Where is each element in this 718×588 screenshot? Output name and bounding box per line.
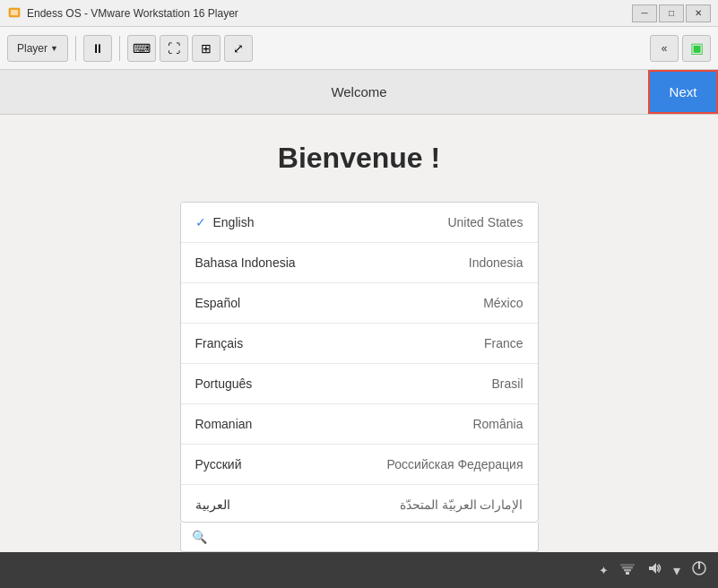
svg-rect-2 bbox=[626, 572, 629, 575]
stretch-icon: ⤢ bbox=[233, 41, 244, 56]
power-icon[interactable] bbox=[691, 560, 707, 580]
language-region: Brasil bbox=[491, 376, 523, 391]
toolbar-separator-1 bbox=[75, 36, 76, 61]
toolbar-right: « ▣ bbox=[650, 35, 711, 62]
search-input[interactable] bbox=[214, 530, 527, 544]
player-menu-button[interactable]: Player ▼ bbox=[7, 35, 68, 62]
language-item[interactable]: العربيةالإمارات العربيّة المتحدّة bbox=[181, 485, 538, 523]
language-region: الإمارات العربيّة المتحدّة bbox=[400, 497, 523, 512]
back-icon: « bbox=[662, 42, 668, 55]
language-region: United States bbox=[447, 215, 523, 229]
language-name: Русский bbox=[195, 457, 242, 471]
green-indicator-button[interactable]: ▣ bbox=[682, 35, 711, 62]
vm-header: Welcome Next bbox=[0, 70, 718, 115]
network-icon[interactable] bbox=[619, 560, 636, 580]
next-button[interactable]: Next bbox=[648, 70, 718, 114]
language-item[interactable]: Bahasa IndonesiaIndonesia bbox=[181, 243, 538, 283]
cursor-indicator: ✦ bbox=[599, 564, 609, 577]
language-name: ✓English bbox=[195, 215, 255, 229]
fullscreen-button[interactable]: ⛶ bbox=[160, 35, 188, 62]
send-ctrl-alt-del-button[interactable]: ⌨ bbox=[127, 35, 156, 62]
bienvenue-title: Bienvenue ! bbox=[278, 142, 440, 175]
language-name: Español bbox=[195, 296, 241, 310]
app-icon bbox=[7, 6, 22, 21]
vm-area: Bienvenue ! ✓EnglishUnited StatesBahasa … bbox=[0, 115, 718, 552]
green-indicator-icon: ▣ bbox=[690, 39, 704, 56]
language-name: Português bbox=[195, 376, 253, 391]
selected-checkmark-icon: ✓ bbox=[195, 215, 206, 229]
stretch-button[interactable]: ⤢ bbox=[224, 35, 253, 62]
window-title: Endess OS - VMware Workstation 16 Player bbox=[27, 7, 632, 20]
language-item[interactable]: RomanianRomânia bbox=[181, 404, 538, 445]
language-item[interactable]: FrançaisFrance bbox=[181, 324, 538, 364]
language-name: Français bbox=[195, 336, 244, 350]
pause-button[interactable]: ⏸ bbox=[83, 35, 112, 62]
close-button[interactable]: ✕ bbox=[686, 4, 711, 22]
language-item[interactable]: EspañolMéxico bbox=[181, 283, 538, 324]
window-controls: ─ □ ✕ bbox=[632, 4, 711, 22]
maximize-button[interactable]: □ bbox=[659, 4, 684, 22]
svg-rect-1 bbox=[11, 10, 18, 15]
fullscreen-icon: ⛶ bbox=[168, 41, 180, 56]
toolbar: Player ▼ ⏸ ⌨ ⛶ ⊞ ⤢ « ▣ bbox=[0, 27, 718, 70]
dropdown-icon[interactable]: ▾ bbox=[673, 562, 680, 579]
pause-icon: ⏸ bbox=[91, 41, 104, 56]
language-name: Bahasa Indonesia bbox=[195, 255, 296, 270]
svg-rect-5 bbox=[620, 564, 635, 566]
back-button[interactable]: « bbox=[650, 35, 679, 62]
svg-marker-6 bbox=[649, 563, 656, 574]
language-item[interactable]: PortuguêsBrasil bbox=[181, 364, 538, 404]
language-region: România bbox=[472, 417, 523, 431]
player-label: Player bbox=[17, 42, 48, 55]
language-name: Romanian bbox=[195, 417, 253, 431]
volume-icon[interactable] bbox=[646, 560, 662, 580]
svg-rect-3 bbox=[624, 569, 631, 572]
language-region: Российская Федерация bbox=[387, 457, 523, 471]
language-region: France bbox=[484, 336, 523, 350]
keyboard-icon: ⌨ bbox=[133, 41, 151, 56]
language-item[interactable]: ✓EnglishUnited States bbox=[181, 203, 538, 243]
minimize-button[interactable]: ─ bbox=[632, 4, 657, 22]
unity-button[interactable]: ⊞ bbox=[192, 35, 221, 62]
language-region: México bbox=[483, 296, 523, 310]
status-bar: ✦ ▾ bbox=[0, 552, 718, 588]
title-bar: Endess OS - VMware Workstation 16 Player… bbox=[0, 0, 718, 27]
language-name: العربية bbox=[195, 497, 230, 512]
search-box: 🔍 bbox=[180, 523, 539, 552]
language-list: ✓EnglishUnited StatesBahasa IndonesiaInd… bbox=[180, 202, 539, 523]
welcome-heading: Welcome bbox=[331, 84, 386, 99]
search-icon: 🔍 bbox=[192, 530, 207, 544]
toolbar-separator-2 bbox=[119, 36, 120, 61]
language-region: Indonesia bbox=[469, 255, 523, 270]
unity-icon: ⊞ bbox=[201, 41, 212, 56]
player-dropdown-arrow: ▼ bbox=[50, 44, 58, 53]
svg-rect-4 bbox=[622, 566, 633, 569]
language-item[interactable]: РусскийРоссийская Федерация bbox=[181, 445, 538, 485]
